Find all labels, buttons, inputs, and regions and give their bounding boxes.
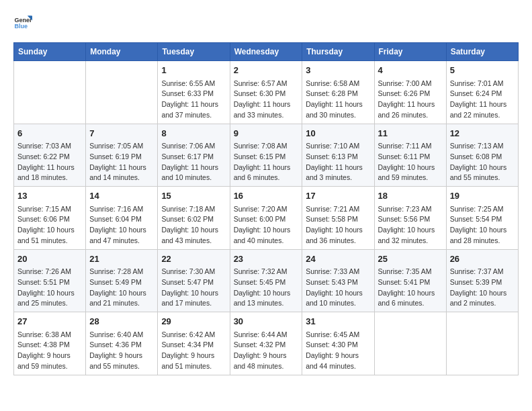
day-number: 31	[306, 315, 370, 328]
calendar-cell: 1Sunrise: 6:55 AM Sunset: 6:33 PM Daylig…	[158, 61, 230, 124]
calendar-cell: 29Sunrise: 6:42 AM Sunset: 4:34 PM Dayli…	[158, 312, 230, 375]
calendar-cell: 28Sunrise: 6:40 AM Sunset: 4:36 PM Dayli…	[86, 312, 158, 375]
calendar-cell: 30Sunrise: 6:44 AM Sunset: 4:32 PM Dayli…	[230, 312, 302, 375]
calendar-cell: 19Sunrise: 7:25 AM Sunset: 5:54 PM Dayli…	[446, 187, 518, 250]
day-number: 13	[17, 189, 82, 203]
day-number: 16	[234, 189, 299, 203]
day-number: 30	[234, 315, 299, 328]
day-info: Sunrise: 6:45 AM Sunset: 4:30 PM Dayligh…	[306, 330, 370, 372]
day-number: 8	[161, 127, 226, 140]
day-info: Sunrise: 7:35 AM Sunset: 5:41 PM Dayligh…	[378, 267, 443, 309]
calendar-cell: 13Sunrise: 7:15 AM Sunset: 6:06 PM Dayli…	[14, 187, 86, 250]
day-number: 5	[450, 64, 515, 77]
calendar-cell: 9Sunrise: 7:08 AM Sunset: 6:15 PM Daylig…	[230, 124, 302, 187]
calendar-cell: 16Sunrise: 7:20 AM Sunset: 6:00 PM Dayli…	[230, 187, 302, 250]
weekday-header-monday: Monday	[86, 43, 158, 61]
day-number: 29	[161, 315, 226, 328]
day-number: 17	[306, 189, 370, 203]
weekday-header-thursday: Thursday	[302, 43, 374, 61]
calendar-cell: 5Sunrise: 7:01 AM Sunset: 6:24 PM Daylig…	[446, 61, 518, 124]
calendar-week-row: 6Sunrise: 7:03 AM Sunset: 6:22 PM Daylig…	[14, 124, 519, 187]
day-info: Sunrise: 7:21 AM Sunset: 5:58 PM Dayligh…	[306, 204, 370, 246]
day-number: 18	[378, 189, 443, 203]
day-number: 1	[161, 64, 226, 77]
day-number: 19	[450, 189, 515, 203]
calendar-cell: 15Sunrise: 7:18 AM Sunset: 6:02 PM Dayli…	[158, 187, 230, 250]
calendar-cell: 11Sunrise: 7:11 AM Sunset: 6:11 PM Dayli…	[374, 124, 446, 187]
calendar-week-row: 1Sunrise: 6:55 AM Sunset: 6:33 PM Daylig…	[14, 61, 519, 124]
weekday-header-tuesday: Tuesday	[158, 43, 230, 61]
calendar-cell	[86, 61, 158, 124]
calendar-cell: 26Sunrise: 7:37 AM Sunset: 5:39 PM Dayli…	[446, 249, 518, 312]
svg-text:Blue: Blue	[14, 23, 28, 30]
day-info: Sunrise: 7:26 AM Sunset: 5:51 PM Dayligh…	[17, 267, 82, 309]
day-number: 22	[161, 253, 226, 266]
day-number: 12	[450, 127, 515, 140]
day-number: 9	[234, 127, 299, 140]
day-info: Sunrise: 6:42 AM Sunset: 4:34 PM Dayligh…	[161, 330, 226, 372]
weekday-header-friday: Friday	[374, 43, 446, 61]
day-number: 23	[234, 253, 299, 266]
calendar-cell: 20Sunrise: 7:26 AM Sunset: 5:51 PM Dayli…	[14, 249, 86, 312]
day-info: Sunrise: 7:16 AM Sunset: 6:04 PM Dayligh…	[89, 204, 154, 246]
day-info: Sunrise: 7:11 AM Sunset: 6:11 PM Dayligh…	[378, 141, 443, 183]
day-number: 20	[17, 253, 82, 266]
day-info: Sunrise: 6:40 AM Sunset: 4:36 PM Dayligh…	[89, 330, 154, 372]
day-info: Sunrise: 7:10 AM Sunset: 6:13 PM Dayligh…	[306, 141, 370, 183]
day-number: 4	[378, 64, 443, 77]
day-number: 6	[17, 127, 82, 140]
day-info: Sunrise: 7:18 AM Sunset: 6:02 PM Dayligh…	[161, 204, 226, 246]
day-info: Sunrise: 7:05 AM Sunset: 6:19 PM Dayligh…	[89, 141, 154, 183]
day-info: Sunrise: 7:08 AM Sunset: 6:15 PM Dayligh…	[234, 141, 299, 183]
day-info: Sunrise: 7:20 AM Sunset: 6:00 PM Dayligh…	[234, 204, 299, 246]
calendar-week-row: 27Sunrise: 6:38 AM Sunset: 4:38 PM Dayli…	[14, 312, 519, 375]
day-info: Sunrise: 7:28 AM Sunset: 5:49 PM Dayligh…	[89, 267, 154, 309]
day-info: Sunrise: 7:13 AM Sunset: 6:08 PM Dayligh…	[450, 141, 515, 183]
day-info: Sunrise: 7:33 AM Sunset: 5:43 PM Dayligh…	[306, 267, 370, 309]
day-info: Sunrise: 7:30 AM Sunset: 5:47 PM Dayligh…	[161, 267, 226, 309]
day-number: 24	[306, 253, 370, 266]
calendar-cell: 8Sunrise: 7:06 AM Sunset: 6:17 PM Daylig…	[158, 124, 230, 187]
weekday-header-row: SundayMondayTuesdayWednesdayThursdayFrid…	[14, 43, 519, 61]
calendar-cell: 2Sunrise: 6:57 AM Sunset: 6:30 PM Daylig…	[230, 61, 302, 124]
calendar-cell: 14Sunrise: 7:16 AM Sunset: 6:04 PM Dayli…	[86, 187, 158, 250]
day-info: Sunrise: 7:01 AM Sunset: 6:24 PM Dayligh…	[450, 79, 515, 121]
day-info: Sunrise: 6:58 AM Sunset: 6:28 PM Dayligh…	[306, 79, 370, 121]
day-number: 15	[161, 189, 226, 203]
calendar-cell: 12Sunrise: 7:13 AM Sunset: 6:08 PM Dayli…	[446, 124, 518, 187]
day-info: Sunrise: 7:03 AM Sunset: 6:22 PM Dayligh…	[17, 141, 82, 183]
day-info: Sunrise: 7:23 AM Sunset: 5:56 PM Dayligh…	[378, 204, 443, 246]
day-number: 26	[450, 253, 515, 266]
calendar-cell: 6Sunrise: 7:03 AM Sunset: 6:22 PM Daylig…	[14, 124, 86, 187]
day-number: 25	[378, 253, 443, 266]
calendar-cell	[446, 312, 518, 375]
day-info: Sunrise: 7:25 AM Sunset: 5:54 PM Dayligh…	[450, 204, 515, 246]
calendar-cell: 17Sunrise: 7:21 AM Sunset: 5:58 PM Dayli…	[302, 187, 374, 250]
day-info: Sunrise: 7:00 AM Sunset: 6:26 PM Dayligh…	[378, 79, 443, 121]
day-number: 27	[17, 315, 82, 328]
day-info: Sunrise: 7:37 AM Sunset: 5:39 PM Dayligh…	[450, 267, 515, 309]
day-info: Sunrise: 7:06 AM Sunset: 6:17 PM Dayligh…	[161, 141, 226, 183]
calendar-cell: 3Sunrise: 6:58 AM Sunset: 6:28 PM Daylig…	[302, 61, 374, 124]
calendar-cell: 4Sunrise: 7:00 AM Sunset: 6:26 PM Daylig…	[374, 61, 446, 124]
day-number: 21	[89, 253, 154, 266]
calendar-cell: 31Sunrise: 6:45 AM Sunset: 4:30 PM Dayli…	[302, 312, 374, 375]
calendar-cell: 24Sunrise: 7:33 AM Sunset: 5:43 PM Dayli…	[302, 249, 374, 312]
weekday-header-saturday: Saturday	[446, 43, 518, 61]
calendar-cell: 25Sunrise: 7:35 AM Sunset: 5:41 PM Dayli…	[374, 249, 446, 312]
day-number: 11	[378, 127, 443, 140]
day-number: 3	[306, 64, 370, 77]
calendar-cell: 21Sunrise: 7:28 AM Sunset: 5:49 PM Dayli…	[86, 249, 158, 312]
logo-icon: General Blue	[13, 13, 32, 32]
day-info: Sunrise: 6:55 AM Sunset: 6:33 PM Dayligh…	[161, 79, 226, 121]
day-info: Sunrise: 6:44 AM Sunset: 4:32 PM Dayligh…	[234, 330, 299, 372]
calendar-cell: 27Sunrise: 6:38 AM Sunset: 4:38 PM Dayli…	[14, 312, 86, 375]
calendar-cell: 22Sunrise: 7:30 AM Sunset: 5:47 PM Dayli…	[158, 249, 230, 312]
calendar-cell	[374, 312, 446, 375]
weekday-header-sunday: Sunday	[14, 43, 86, 61]
calendar-cell: 7Sunrise: 7:05 AM Sunset: 6:19 PM Daylig…	[86, 124, 158, 187]
day-info: Sunrise: 6:38 AM Sunset: 4:38 PM Dayligh…	[17, 330, 82, 372]
calendar-table: SundayMondayTuesdayWednesdayThursdayFrid…	[13, 42, 519, 375]
day-number: 10	[306, 127, 370, 140]
calendar-cell: 10Sunrise: 7:10 AM Sunset: 6:13 PM Dayli…	[302, 124, 374, 187]
